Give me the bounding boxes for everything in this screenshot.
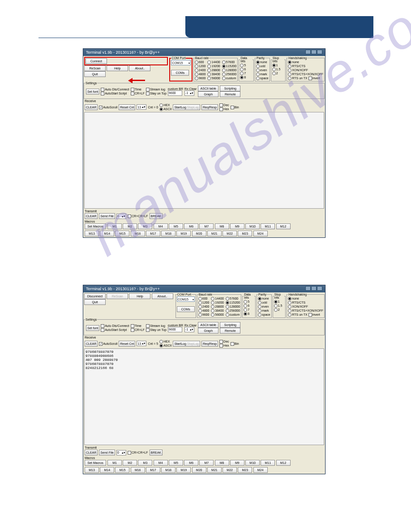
hs-both[interactable]: RTS/CTS+XON/XOFF	[288, 72, 323, 76]
rescan-button[interactable]: ReScan	[84, 65, 106, 71]
parity-space[interactable]: space	[258, 313, 270, 317]
hs-none[interactable]: none	[288, 60, 323, 64]
auto-disconnect[interactable]: Auto Dis/Connect	[101, 324, 129, 328]
macro-m18[interactable]: M18	[161, 467, 176, 473]
macro-m8[interactable]: M8	[215, 223, 229, 229]
stopbits-2[interactable]: 2	[272, 71, 285, 75]
stopbits-15[interactable]: 1.5	[272, 67, 285, 71]
clear-rx-button[interactable]: CLEAR	[85, 104, 98, 110]
hs-xon[interactable]: XON/XOFF	[288, 68, 323, 72]
setmacros-button[interactable]: Set Macros	[85, 223, 106, 229]
window-controls[interactable]	[305, 50, 322, 56]
baud-options[interactable]: 600 14400 57600 1200 19200 115200 2400 2…	[198, 296, 240, 317]
macro-m3[interactable]: M3	[138, 223, 152, 229]
scripting-button[interactable]: Scripting	[220, 322, 240, 328]
parity-even[interactable]: even	[256, 68, 269, 72]
clear-rx-button[interactable]: CLEAR	[85, 341, 98, 347]
macro-m17[interactable]: M17	[146, 231, 160, 236]
tx-spin[interactable]: 0▴▾	[116, 450, 126, 455]
remote-button[interactable]: Remote	[220, 328, 240, 334]
cnt-spin[interactable]: 13▴▾	[137, 104, 146, 110]
databits-7[interactable]: 7	[244, 308, 254, 312]
setfont-button[interactable]: Set font	[86, 89, 99, 94]
macro-m24[interactable]: M24	[253, 231, 268, 236]
macro-m22[interactable]: M22	[223, 231, 237, 236]
help-button[interactable]: Help	[107, 65, 128, 71]
baud-28800[interactable]: 28800	[207, 68, 220, 72]
parity-space[interactable]: space	[256, 76, 269, 80]
baud-1200[interactable]: 1200	[195, 64, 206, 68]
parity-mark[interactable]: mark	[258, 309, 270, 313]
baud-128000[interactable]: 128000	[222, 68, 236, 72]
macro-m12[interactable]: M12	[276, 223, 291, 229]
rxclear-input[interactable]: -1▴▾	[184, 327, 194, 332]
macro-m19[interactable]: M19	[176, 467, 191, 473]
coms-button[interactable]: COMs	[177, 306, 195, 312]
rx-hex[interactable]: HEX	[159, 103, 171, 107]
macro-m11[interactable]: M11	[261, 460, 275, 466]
setfont-button[interactable]: Set font	[86, 325, 99, 331]
baud-1200[interactable]: 1200	[198, 300, 210, 305]
baud-600[interactable]: 600	[198, 296, 210, 300]
databits-5[interactable]: 5	[240, 63, 253, 67]
macro-m2[interactable]: M2	[123, 460, 137, 466]
connect-button[interactable]: Connect	[86, 58, 107, 64]
macro-m4[interactable]: M4	[154, 460, 168, 466]
macro-m6[interactable]: M6	[184, 460, 198, 466]
macro-m13[interactable]: M13	[85, 467, 99, 473]
baud-19200[interactable]: 19200	[211, 300, 223, 305]
baud-56000[interactable]: 56000	[211, 313, 223, 317]
clear-tx-button[interactable]: CLEAR	[85, 213, 98, 219]
baud-14400[interactable]: 14400	[211, 296, 223, 300]
custombr-input[interactable]: 9600	[168, 327, 182, 332]
baud-38400[interactable]: 38400	[207, 72, 220, 76]
macro-m7[interactable]: M7	[199, 460, 214, 466]
baud-28800[interactable]: 28800	[211, 305, 223, 309]
resetcnt-button[interactable]: Reset Cnt	[119, 341, 135, 347]
break-button[interactable]: BREAK	[150, 450, 163, 455]
baud-options[interactable]: 600 14400 57600 1200 19200 115200 2400 2…	[195, 60, 236, 80]
quit-button[interactable]: Quit	[84, 71, 106, 77]
macro-m5[interactable]: M5	[169, 460, 183, 466]
help-button[interactable]: Help	[129, 293, 150, 299]
stopbits-1[interactable]: 1	[274, 300, 285, 304]
macro-m4[interactable]: M4	[154, 223, 168, 229]
hex-check[interactable]: Hex	[219, 343, 229, 348]
parity-mark[interactable]: mark	[256, 72, 269, 76]
macro-m6[interactable]: M6	[184, 223, 198, 229]
asciitable-button[interactable]: ASCII table	[198, 86, 218, 91]
graph-button[interactable]: Graph	[198, 328, 218, 334]
rx-ascii[interactable]: ASCII	[159, 343, 171, 348]
macro-m15[interactable]: M15	[115, 231, 129, 236]
macro-m21[interactable]: M21	[207, 231, 222, 236]
hs-invert[interactable]: invert	[308, 77, 320, 80]
time-check[interactable]: Time	[131, 87, 145, 91]
sendfile-button[interactable]: Send File	[99, 450, 115, 455]
streamlog-check[interactable]: Stream log	[146, 87, 167, 91]
scripting-button[interactable]: Scripting	[220, 86, 240, 91]
hs-rtscts[interactable]: RTS/CTS	[288, 300, 323, 305]
macro-m15[interactable]: M15	[115, 467, 129, 473]
asciitable-button[interactable]: ASCII table	[198, 322, 218, 328]
hs-both[interactable]: RTS/CTS+XON/XOFF	[288, 309, 323, 313]
reqresp-button[interactable]: Req/Resp	[201, 104, 218, 110]
hs-xon[interactable]: XON/XOFF	[288, 305, 323, 309]
parity-none[interactable]: none	[258, 296, 270, 300]
streamlog-check[interactable]: Stream log	[146, 324, 167, 328]
hs-rtscts[interactable]: RTS/CTS	[288, 64, 323, 68]
autostart-script[interactable]: AutoStart Script	[101, 91, 129, 95]
sendfile-button[interactable]: Send File	[99, 213, 115, 219]
baud-2400[interactable]: 2400	[198, 305, 210, 309]
databits-7[interactable]: 7	[240, 71, 253, 75]
macro-m8[interactable]: M8	[215, 460, 229, 466]
quit-button[interactable]: Quit	[84, 299, 106, 305]
macro-m20[interactable]: M20	[192, 467, 206, 473]
baud-14400[interactable]: 14400	[207, 60, 220, 64]
macro-m1[interactable]: M1	[107, 460, 122, 466]
hex-check[interactable]: Hex	[219, 107, 229, 111]
macro-m5[interactable]: M5	[169, 223, 183, 229]
coms-button[interactable]: COMs	[171, 70, 189, 76]
dec-check[interactable]: Dec	[219, 339, 229, 343]
crcrlf-check[interactable]: CR=CR+LF	[128, 450, 148, 455]
receive-textarea[interactable]: 9786078887070 9788804908686 407 009 2089…	[84, 348, 324, 445]
